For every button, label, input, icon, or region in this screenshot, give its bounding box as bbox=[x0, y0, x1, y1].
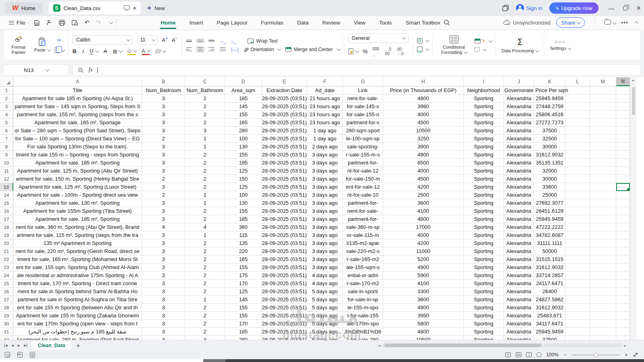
page-layout-view-button[interactable] bbox=[516, 352, 521, 357]
cell-G12[interactable]: for-sale-150-m bbox=[343, 175, 383, 183]
cell-D20[interactable]: 135 bbox=[225, 239, 262, 247]
cell-N30[interactable] bbox=[616, 320, 630, 328]
cell-N13[interactable] bbox=[616, 183, 630, 191]
column-letter-G[interactable]: G bbox=[343, 77, 383, 86]
cell-N1[interactable] bbox=[616, 86, 630, 95]
cell-D11[interactable]: 125 bbox=[225, 167, 262, 175]
column-letter-J[interactable]: J bbox=[504, 77, 534, 86]
clear-format-button[interactable] bbox=[155, 49, 165, 53]
cell-I3[interactable]: Sporting bbox=[464, 103, 504, 111]
cell-A26[interactable]: ment for sale in Sporting behind Samir A… bbox=[13, 288, 142, 296]
cell-N29[interactable] bbox=[616, 312, 630, 320]
cell-F29[interactable]: 5 days ago bbox=[307, 312, 343, 320]
format-painter-button[interactable]: Format Painter bbox=[8, 33, 29, 58]
cell-H28[interactable]: 4900 bbox=[383, 304, 464, 312]
cell-B17[interactable]: 3 bbox=[142, 215, 185, 223]
cell-G10[interactable]: partment-for- bbox=[343, 159, 383, 167]
cell-J26[interactable]: Alexandria bbox=[504, 288, 534, 296]
cell-A25[interactable]: tment for sale, 170 m², Sporting - Direc… bbox=[13, 280, 142, 288]
cell-I2[interactable]: Sporting bbox=[464, 95, 504, 103]
minimize-button[interactable]: — bbox=[608, 5, 614, 12]
cell-L8[interactable] bbox=[566, 143, 590, 151]
cell-B14[interactable]: 2 bbox=[142, 191, 185, 199]
increase-font-button[interactable]: A+ bbox=[162, 36, 168, 43]
zoom-in-button[interactable]: + bbox=[625, 352, 628, 358]
decrease-indent-button[interactable]: ←̲ bbox=[220, 38, 225, 44]
cell-G31[interactable]: 3%D8%B1%D8 bbox=[343, 328, 383, 336]
cell-D10[interactable]: 185 bbox=[225, 159, 262, 167]
cell-J17[interactable]: Alexandria bbox=[504, 215, 534, 223]
cell-G15[interactable]: partment-for- bbox=[343, 199, 383, 207]
cell-K29[interactable]: 25483.871 bbox=[534, 312, 566, 320]
cell-E28[interactable]: 28-09-2025 (03:51) bbox=[262, 304, 307, 312]
cell-K18[interactable]: 47222.2222 bbox=[534, 223, 566, 231]
ribbon-tab-smart-toolbox[interactable]: Smart Toolbox bbox=[405, 18, 441, 28]
cell-C27[interactable]: 1 bbox=[185, 296, 225, 304]
normal-view-button[interactable] bbox=[505, 352, 511, 357]
cell-N3[interactable] bbox=[616, 103, 630, 111]
row-number-21[interactable]: 21 bbox=[0, 247, 13, 255]
cell-C4[interactable]: 2 bbox=[185, 111, 225, 119]
cell-E13[interactable]: 28-09-2025 (03:51) bbox=[262, 183, 307, 191]
cell-B5[interactable]: 3 bbox=[142, 119, 185, 127]
tag-button[interactable] bbox=[605, 20, 615, 26]
cell-A12[interactable]: artment for sale, 150 m, Sporting (Helmy… bbox=[13, 175, 142, 183]
cell-H18[interactable]: 17000 bbox=[383, 223, 464, 231]
decrease-decimal-button[interactable]: ←.0.00 bbox=[384, 47, 391, 56]
cell-H3[interactable]: 3980 bbox=[383, 103, 464, 111]
row-number-7[interactable]: 7 bbox=[0, 135, 13, 143]
cell-I10[interactable]: Sporting bbox=[464, 159, 504, 167]
cell-C12[interactable]: 2 bbox=[185, 175, 225, 183]
cell-D6[interactable]: 280 bbox=[225, 127, 262, 135]
cell-K13[interactable]: 33600 bbox=[534, 183, 566, 191]
cell-A2[interactable]: Apartment for sale 185 m Sporting (Al-Aq… bbox=[13, 95, 142, 103]
cell-K27[interactable]: 24827.5862 bbox=[534, 296, 566, 304]
cell-A29[interactable]: Apartment for sale 155 m Sporting (Zakar… bbox=[13, 312, 142, 320]
cell-L4[interactable] bbox=[566, 111, 590, 119]
cell-M14[interactable] bbox=[590, 191, 616, 199]
zoom-level[interactable]: 100% bbox=[546, 352, 559, 358]
cell-E22[interactable]: 28-09-2025 (03:51) bbox=[262, 255, 307, 263]
cell-F9[interactable]: 3 days ago bbox=[307, 151, 343, 159]
cell-G6[interactable]: 280-sqm-sport bbox=[343, 127, 383, 135]
cell-J16[interactable]: Alexandria bbox=[504, 207, 534, 215]
cell-I31[interactable]: Sporting bbox=[464, 328, 504, 336]
cell-N12[interactable] bbox=[616, 175, 630, 183]
cell-M21[interactable] bbox=[590, 247, 616, 255]
cell-K11[interactable]: 32000 bbox=[534, 167, 566, 175]
cell-A9[interactable]: tment for sale 155 m – Sporting - steps … bbox=[13, 151, 142, 159]
cell-H15[interactable]: 3600 bbox=[383, 199, 464, 207]
cell-E9[interactable]: 28-09-2025 (03:51) bbox=[262, 151, 307, 159]
cell-C8[interactable]: 1 bbox=[185, 143, 225, 151]
cell-J24[interactable]: Alexandria bbox=[504, 272, 534, 280]
cell-C3[interactable]: 2 bbox=[185, 103, 225, 111]
collapse-ribbon-button[interactable] bbox=[634, 21, 638, 25]
print-button[interactable] bbox=[59, 20, 65, 26]
cell-J3[interactable]: Alexandria bbox=[504, 103, 534, 111]
align-middle-button[interactable] bbox=[197, 40, 203, 42]
close-button[interactable]: × bbox=[636, 4, 641, 12]
row-number-22[interactable]: 22 bbox=[0, 255, 13, 263]
cell-G30[interactable]: ale-170m-spo bbox=[343, 320, 383, 328]
cell-I22[interactable]: Sporting bbox=[464, 255, 504, 263]
cell-B12[interactable]: 2 bbox=[142, 175, 185, 183]
cell-E19[interactable]: 28-09-2025 (03:51) bbox=[262, 231, 307, 239]
cell-N31[interactable] bbox=[616, 328, 630, 336]
new-tab-button[interactable]: + New bbox=[147, 4, 165, 12]
formula-input[interactable]: fx bbox=[72, 64, 641, 76]
cell-I14[interactable]: Sporting bbox=[464, 191, 504, 199]
cell-C31[interactable]: 2 bbox=[185, 328, 225, 336]
conditional-formatting-button[interactable]: Conditional Formatting bbox=[437, 33, 471, 58]
cell-B23[interactable]: 3 bbox=[142, 263, 185, 272]
insert-cells-button[interactable] bbox=[417, 38, 428, 43]
row-number-25[interactable]: 25 bbox=[0, 280, 13, 288]
cell-I18[interactable]: Sporting bbox=[464, 223, 504, 231]
cell-B28[interactable]: 3 bbox=[142, 304, 185, 312]
align-bottom-button[interactable] bbox=[208, 40, 215, 42]
cell-K31[interactable]: 25945.9459 bbox=[534, 328, 566, 336]
cell-N23[interactable] bbox=[616, 263, 630, 272]
cell-C1[interactable]: Num_Bathroom bbox=[185, 86, 225, 95]
share-button[interactable]: Share bbox=[556, 17, 585, 28]
column-letter-C[interactable]: C bbox=[185, 77, 225, 86]
row-number-10[interactable]: 10 bbox=[0, 159, 13, 167]
